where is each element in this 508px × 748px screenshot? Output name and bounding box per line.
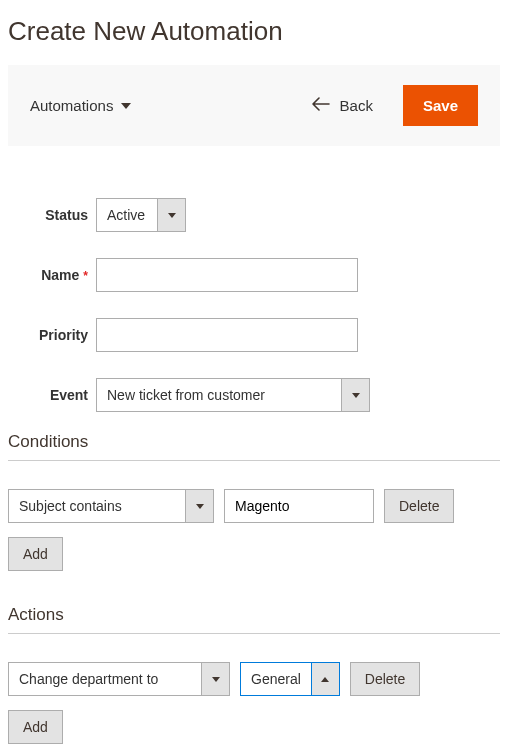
condition-type-handle[interactable]	[186, 489, 214, 523]
event-select[interactable]: New ticket from customer	[96, 378, 370, 412]
svg-marker-3	[196, 504, 204, 509]
event-row: Event New ticket from customer	[8, 378, 500, 412]
name-row: Name	[8, 258, 500, 292]
action-value-handle[interactable]	[312, 662, 340, 696]
action-value: General	[240, 662, 312, 696]
back-label: Back	[340, 97, 373, 114]
action-type-value: Change department to	[8, 662, 202, 696]
action-value-select[interactable]: General	[240, 662, 340, 696]
condition-type-value: Subject contains	[8, 489, 186, 523]
status-label: Status	[8, 207, 96, 223]
svg-marker-0	[121, 103, 131, 109]
caret-down-icon	[121, 97, 131, 115]
caret-down-icon	[195, 497, 205, 515]
priority-input[interactable]	[96, 318, 358, 352]
caret-down-icon	[351, 386, 361, 404]
svg-marker-5	[321, 677, 329, 682]
action-delete-button[interactable]: Delete	[350, 662, 420, 696]
status-row: Status Active	[8, 198, 500, 232]
automations-menu[interactable]: Automations	[30, 97, 131, 115]
caret-down-icon	[211, 670, 221, 688]
event-value: New ticket from customer	[96, 378, 342, 412]
name-input[interactable]	[96, 258, 358, 292]
event-handle[interactable]	[342, 378, 370, 412]
conditions-heading: Conditions	[8, 432, 500, 461]
action-row: Change department to General Delete	[8, 662, 500, 696]
page-title: Create New Automation	[8, 16, 500, 47]
condition-value-input[interactable]	[224, 489, 374, 523]
action-type-handle[interactable]	[202, 662, 230, 696]
condition-type-select[interactable]: Subject contains	[8, 489, 214, 523]
status-value: Active	[96, 198, 158, 232]
condition-row: Subject contains Delete	[8, 489, 500, 523]
save-button[interactable]: Save	[403, 85, 478, 126]
action-type-select[interactable]: Change department to	[8, 662, 230, 696]
event-label: Event	[8, 387, 96, 403]
automations-menu-label: Automations	[30, 97, 113, 114]
svg-marker-4	[212, 677, 220, 682]
name-label: Name	[8, 267, 96, 283]
svg-marker-2	[352, 393, 360, 398]
condition-delete-button[interactable]: Delete	[384, 489, 454, 523]
priority-label: Priority	[8, 327, 96, 343]
actions-heading: Actions	[8, 605, 500, 634]
caret-down-icon	[167, 206, 177, 224]
action-add-button[interactable]: Add	[8, 710, 63, 744]
priority-row: Priority	[8, 318, 500, 352]
toolbar: Automations Back Save	[8, 65, 500, 146]
svg-marker-1	[168, 213, 176, 218]
status-select[interactable]: Active	[96, 198, 186, 232]
back-button[interactable]: Back	[304, 91, 381, 120]
arrow-left-icon	[312, 97, 330, 114]
caret-up-icon	[320, 670, 330, 688]
condition-add-button[interactable]: Add	[8, 537, 63, 571]
status-handle[interactable]	[158, 198, 186, 232]
